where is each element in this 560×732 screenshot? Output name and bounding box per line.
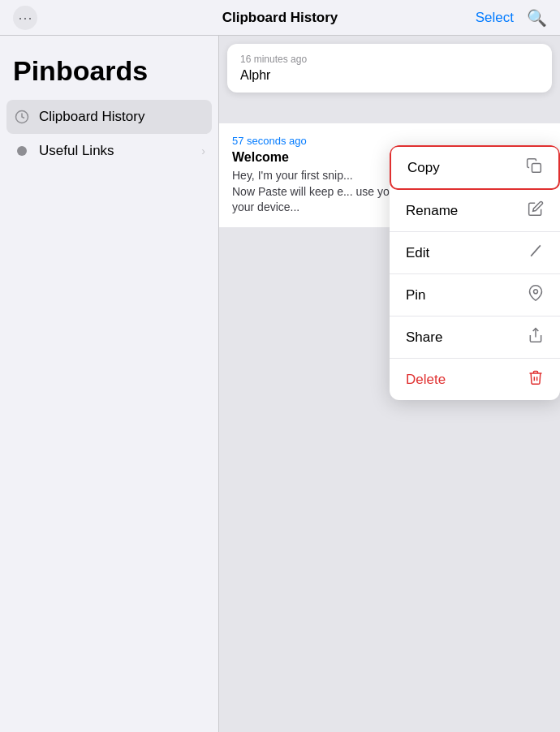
sidebar-item-clipboard-history[interactable]: Clipboard History [6, 100, 212, 134]
delete-label: Delete [406, 372, 446, 388]
pin-label: Pin [406, 287, 426, 304]
context-menu-edit[interactable]: Edit [390, 232, 560, 274]
card-text: Alphr [240, 68, 539, 83]
context-menu: Copy Rename [390, 145, 560, 400]
more-button[interactable]: ⋯ [13, 6, 37, 30]
top-bar-right: Select 🔍 [476, 8, 547, 28]
share-icon [528, 327, 544, 347]
dots-icon: ⋯ [18, 9, 33, 27]
select-button[interactable]: Select [476, 10, 514, 26]
copy-icon [526, 157, 542, 178]
sidebar: Pinboards Clipboard History Useful Links… [0, 36, 219, 732]
context-menu-pin[interactable]: Pin [390, 274, 560, 316]
content-area: 16 minutes ago Alphr 57 seconds ago Welc… [219, 36, 560, 732]
sidebar-item-label-useful-links: Useful Links [39, 143, 201, 159]
context-menu-copy[interactable]: Copy [390, 145, 560, 190]
context-menu-rename[interactable]: Rename [390, 190, 560, 232]
context-menu-share[interactable]: Share [390, 316, 560, 359]
top-bar-left: ⋯ [13, 6, 37, 30]
useful-links-icon [13, 142, 31, 160]
rename-label: Rename [406, 203, 458, 219]
svg-point-4 [534, 290, 538, 294]
sidebar-item-useful-links[interactable]: Useful Links › [0, 134, 218, 168]
copy-label: Copy [407, 160, 440, 176]
edit-icon [528, 243, 544, 263]
top-bar: ⋯ Clipboard History Select 🔍 [0, 0, 560, 36]
svg-line-3 [531, 245, 541, 256]
edit-label: Edit [406, 245, 429, 261]
chevron-right-icon: › [201, 144, 205, 157]
context-menu-delete[interactable]: Delete [390, 359, 560, 400]
sidebar-title: Pinboards [0, 55, 218, 100]
clipboard-history-icon [13, 108, 31, 126]
pin-icon [528, 285, 544, 305]
search-icon[interactable]: 🔍 [527, 8, 547, 28]
rename-icon [528, 200, 544, 221]
card-time: 16 minutes ago [240, 54, 539, 65]
clipboard-card-top[interactable]: 16 minutes ago Alphr [227, 44, 552, 93]
main-layout: Pinboards Clipboard History Useful Links… [0, 36, 560, 732]
share-label: Share [406, 329, 442, 346]
svg-rect-2 [532, 164, 541, 173]
svg-point-1 [17, 146, 27, 156]
page-title: Clipboard History [222, 10, 338, 26]
sidebar-item-label-clipboard: Clipboard History [39, 109, 205, 125]
delete-icon [528, 369, 544, 390]
